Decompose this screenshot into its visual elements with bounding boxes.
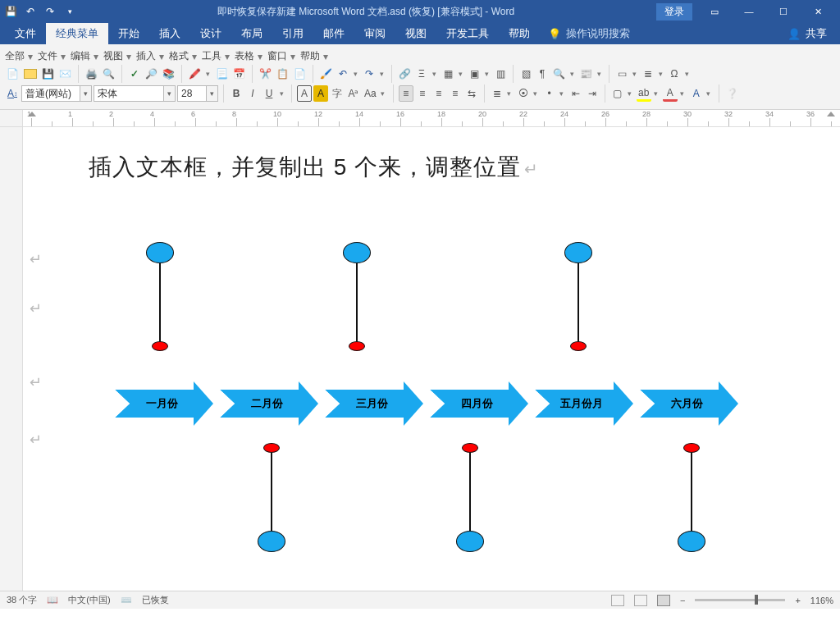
size-combo-value[interactable]: 28 (177, 85, 207, 102)
superscript-icon[interactable]: Aᵃ (346, 85, 361, 102)
underline-button[interactable]: U▾ (262, 85, 286, 102)
arrow-4[interactable]: 四月份 (445, 390, 509, 418)
tab-file[interactable]: 文件 (5, 23, 46, 44)
more-dd[interactable]: 📰▾ (578, 66, 604, 82)
new-icon[interactable]: 📄 (5, 66, 21, 82)
tab-help[interactable]: 帮助 (499, 23, 540, 44)
zoom-in-button[interactable]: + (795, 596, 800, 605)
align-left-icon[interactable]: ≡ (399, 85, 413, 102)
save-icon[interactable]: 💾 (5, 6, 16, 17)
show-marks-icon[interactable]: ¶ (535, 66, 550, 82)
redo-dd[interactable]: ↷▾ (362, 66, 386, 82)
undo-dd[interactable]: ↶▾ (336, 66, 360, 82)
text-highlight-dd[interactable]: ab▾ (637, 85, 661, 102)
drawing-icon[interactable]: ▧ (518, 66, 533, 82)
zoompct-dd[interactable]: 🔍▾ (551, 66, 577, 82)
paste-icon[interactable]: 📄 (292, 66, 308, 82)
menu-insert[interactable]: 插入 (136, 49, 164, 63)
shape-pin-top-2[interactable] (343, 242, 371, 351)
share-button[interactable]: 👤 共享 (774, 23, 840, 44)
menu-all[interactable]: 全部 (5, 49, 33, 63)
minimize-icon[interactable]: — (732, 1, 766, 22)
maximize-icon[interactable]: ☐ (766, 1, 801, 22)
arrow-3[interactable]: 三月份 (340, 390, 404, 418)
italic-button[interactable]: I (245, 85, 260, 102)
tab-layout[interactable]: 布局 (231, 23, 272, 44)
borders-dd[interactable]: ▢▾ (610, 85, 635, 102)
menu-edit[interactable]: 编辑 (71, 49, 98, 63)
ribbon-options-icon[interactable]: ▭ (697, 1, 732, 22)
undo-icon[interactable]: ↶ (25, 6, 36, 17)
login-button[interactable]: 登录 (656, 3, 692, 21)
print-preview-icon[interactable]: 🔍 (101, 66, 116, 82)
zoom-slider[interactable] (695, 599, 785, 601)
style-combo-value[interactable]: 普通(网站) (21, 85, 80, 102)
copy-icon[interactable]: 📋 (275, 66, 290, 82)
menu-file[interactable]: 文件 (38, 49, 66, 63)
tab-mail[interactable]: 邮件 (313, 23, 354, 44)
shape-pin-top-1[interactable] (146, 242, 174, 351)
research-icon[interactable]: 🔎 (144, 66, 159, 82)
zoom-dd[interactable]: ▣▾ (467, 66, 491, 82)
text-effects-dd[interactable]: A▾ (689, 85, 714, 102)
style-combo[interactable]: 普通(网站)▾ (21, 85, 92, 102)
status-accessibility-icon[interactable]: ⌨️ (121, 595, 132, 605)
font-combo-value[interactable]: 宋体 (94, 85, 164, 102)
tab-developer[interactable]: 开发工具 (436, 23, 499, 44)
numbering-dd[interactable]: ⦿▾ (516, 85, 541, 102)
document-heading[interactable]: 插入文本框，并复制出 5 个来，调整位置 (89, 152, 807, 183)
decrease-indent-icon[interactable]: ⇤ (568, 85, 583, 102)
phonetic-icon[interactable]: 字 (330, 85, 345, 102)
style-label-icon[interactable]: A↕ (5, 85, 20, 102)
shape-pin-top-3[interactable] (564, 242, 592, 351)
open-icon[interactable] (22, 66, 39, 82)
menu-window[interactable]: 窗口 (267, 49, 295, 63)
line-spacing-dd[interactable]: ≣▾ (641, 66, 665, 82)
shape-pin-bottom-1[interactable] (258, 443, 285, 552)
menu-help[interactable]: 帮助 (300, 49, 328, 63)
align-center-icon[interactable]: ≡ (415, 85, 430, 102)
calendar-icon[interactable]: 📅 (231, 66, 247, 82)
increase-indent-icon[interactable]: ⇥ (585, 85, 600, 102)
help-icon[interactable]: ❔ (724, 85, 740, 102)
print-icon[interactable]: 🖨️ (84, 66, 99, 82)
menu-format[interactable]: 格式 (169, 49, 197, 63)
close-icon[interactable]: ✕ (801, 1, 835, 22)
vertical-ruler[interactable] (0, 127, 23, 591)
mail-icon[interactable]: ✉️ (57, 66, 73, 82)
shape-pin-bottom-3[interactable] (678, 443, 705, 552)
size-combo[interactable]: 28▾ (177, 85, 218, 102)
tab-home[interactable]: 开始 (108, 23, 149, 44)
view-print-icon[interactable] (634, 595, 647, 606)
shape-pin-bottom-2[interactable] (456, 443, 484, 552)
table-dd[interactable]: ▦▾ (441, 66, 465, 82)
menu-tools[interactable]: 工具 (202, 49, 230, 63)
arrow-5[interactable]: 五月份月 (550, 390, 614, 418)
line-spacing-2-dd[interactable]: ≣▾ (490, 85, 514, 102)
bullets-dd[interactable]: •▾ (542, 85, 567, 102)
zoom-level[interactable]: 116% (810, 596, 833, 605)
bold-button[interactable]: B (229, 85, 244, 102)
highlight-dd[interactable]: 🖍️▾ (187, 66, 212, 82)
view-web-icon[interactable] (657, 595, 670, 606)
tell-me[interactable]: 💡 操作说明搜索 (540, 23, 638, 44)
arrow-1[interactable]: 一月份 (130, 390, 194, 418)
link-icon[interactable]: 🔗 (397, 66, 413, 82)
tab-insert[interactable]: 插入 (149, 23, 190, 44)
tab-view[interactable]: 视图 (395, 23, 436, 44)
spellcheck-icon[interactable]: ✓ (127, 66, 142, 82)
distributed-icon[interactable]: ⇆ (464, 85, 479, 102)
tab-design[interactable]: 设计 (190, 23, 231, 44)
align-right-icon[interactable]: ≡ (431, 85, 446, 102)
format-painter-icon[interactable]: 🖌️ (318, 66, 334, 82)
fill-border-dd[interactable]: ▭▾ (614, 66, 639, 82)
char-border-icon[interactable]: A (297, 85, 312, 102)
font-color-dd[interactable]: A▾ (663, 85, 687, 102)
columns-icon[interactable]: ▥ (493, 66, 508, 82)
view-read-icon[interactable] (611, 595, 624, 606)
ruler-scale[interactable]: 1124681012141618202224262830323436384042… (23, 110, 840, 126)
document-icon[interactable]: 📃 (214, 66, 230, 82)
arrow-2[interactable]: 二月份 (235, 390, 299, 418)
redo-icon[interactable]: ↷ (44, 6, 56, 17)
symbol-dd[interactable]: Ω▾ (667, 66, 692, 82)
